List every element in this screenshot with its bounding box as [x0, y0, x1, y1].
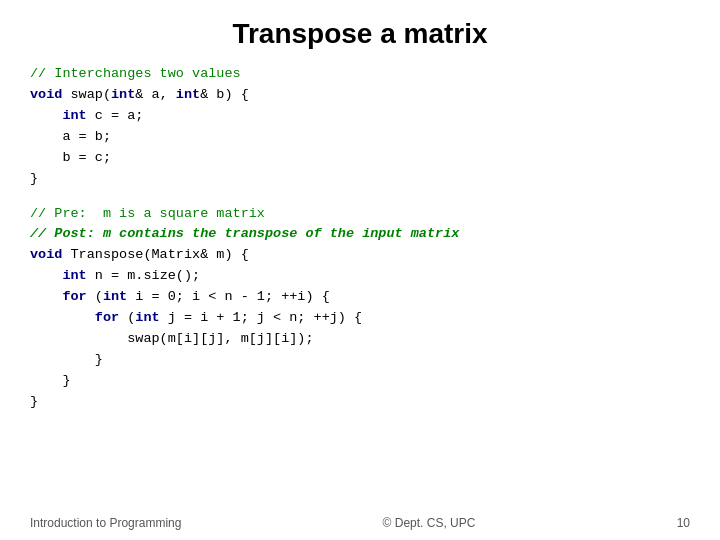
keyword: int — [62, 268, 86, 283]
code-line: int n = m.size(); — [30, 266, 690, 287]
footer-right: 10 — [677, 516, 690, 530]
code-section-1: // Interchanges two values void swap(int… — [0, 64, 720, 190]
keyword: for — [95, 310, 119, 325]
comment: // Interchanges two values — [30, 66, 241, 81]
code-section-2: // Pre: m is a square matrix // Post: m … — [0, 204, 720, 413]
code-line: } — [30, 169, 690, 190]
code-line: a = b; — [30, 127, 690, 148]
page-title: Transpose a matrix — [0, 0, 720, 64]
comment: // Post: m contains the transpose of the… — [30, 226, 459, 241]
keyword: void — [30, 247, 62, 262]
keyword: int — [103, 289, 127, 304]
code-line: for (int i = 0; i < n - 1; ++i) { — [30, 287, 690, 308]
keyword: int — [135, 310, 159, 325]
keyword: int — [62, 108, 86, 123]
code-line: // Post: m contains the transpose of the… — [30, 224, 690, 245]
code-line: b = c; — [30, 148, 690, 169]
code-line: for (int j = i + 1; j < n; ++j) { — [30, 308, 690, 329]
code-line: } — [30, 371, 690, 392]
code-line: // Interchanges two values — [30, 64, 690, 85]
keyword: int — [111, 87, 135, 102]
code-line: void Transpose(Matrix& m) { — [30, 245, 690, 266]
keyword: for — [62, 289, 86, 304]
code-line: } — [30, 350, 690, 371]
code-line: swap(m[i][j], m[j][i]); — [30, 329, 690, 350]
code-line: int c = a; — [30, 106, 690, 127]
keyword: int — [176, 87, 200, 102]
footer: Introduction to Programming © Dept. CS, … — [0, 516, 720, 530]
comment: // Pre: m is a square matrix — [30, 206, 265, 221]
code-line: } — [30, 392, 690, 413]
footer-center: © Dept. CS, UPC — [383, 516, 476, 530]
keyword: void — [30, 87, 62, 102]
footer-left: Introduction to Programming — [30, 516, 181, 530]
code-line: void swap(int& a, int& b) { — [30, 85, 690, 106]
code-line: // Pre: m is a square matrix — [30, 204, 690, 225]
